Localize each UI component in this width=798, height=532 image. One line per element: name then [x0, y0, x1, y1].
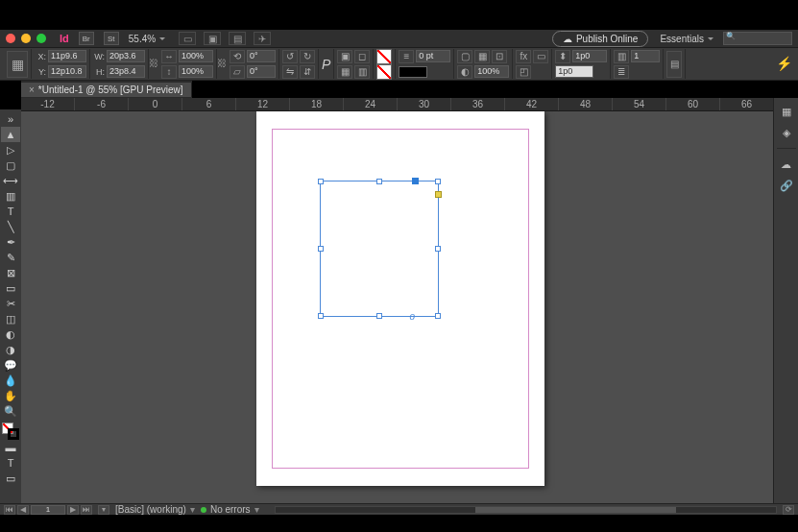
constrain-wh-icon[interactable]: ⛓	[149, 49, 158, 76]
workspace-switcher[interactable]: Essentials	[660, 34, 713, 44]
open-nav-button[interactable]: ▾	[98, 505, 109, 515]
select-container-button[interactable]: ▣	[337, 50, 352, 63]
direct-selection-tool[interactable]: ▷	[1, 142, 20, 157]
fill-swatch[interactable]	[376, 49, 392, 64]
gradient-feather-tool[interactable]: ◑	[1, 342, 20, 357]
balance-columns-button[interactable]: ≣	[614, 65, 629, 79]
gradient-swatch-tool[interactable]: ◐	[1, 326, 20, 342]
text-wrap-none-button[interactable]: ▭	[533, 50, 548, 63]
free-transform-tool[interactable]: ◫	[1, 311, 20, 326]
scale-y-field[interactable]: 100%	[179, 65, 213, 78]
document-canvas[interactable]: o	[21, 111, 773, 503]
type-tool[interactable]: T	[1, 204, 20, 219]
page-field[interactable]: 1	[31, 505, 65, 515]
stroke-weight-field[interactable]: 0 pt	[416, 50, 450, 62]
arrange-icon[interactable]: ▤	[229, 32, 246, 45]
resize-handle-mr[interactable]	[435, 246, 441, 252]
content-collector-tool[interactable]: ▥	[1, 188, 20, 204]
scissors-tool[interactable]: ✂	[1, 296, 20, 311]
publish-online-button[interactable]: Publish Online	[552, 31, 648, 47]
formatting-container-button[interactable]: T	[1, 455, 20, 471]
page[interactable]: o	[256, 111, 544, 486]
stock-button[interactable]: St	[104, 32, 119, 45]
pen-tool[interactable]: ✒	[1, 234, 20, 250]
next-spread-button[interactable]: ▶	[67, 505, 79, 515]
gap-tool[interactable]: ⟷	[1, 173, 20, 188]
y-field[interactable]: 12p10.8	[48, 65, 86, 78]
rectangle-frame-tool[interactable]: ⊠	[1, 265, 20, 280]
columns-field[interactable]: 1	[631, 50, 660, 62]
rotate-cw-button[interactable]: ↻	[300, 50, 315, 63]
horizontal-ruler[interactable]: -12-60612182430364248546066727884	[21, 98, 773, 111]
rotate-field[interactable]: 0°	[247, 50, 276, 62]
hand-tool[interactable]: ✋	[1, 388, 20, 403]
eyedropper-tool[interactable]: 💧	[1, 373, 20, 388]
gap-v-field[interactable]: 1p0	[572, 50, 607, 62]
w-field[interactable]: 20p3.6	[107, 50, 145, 62]
resize-handle-bl[interactable]	[318, 313, 324, 319]
x-field[interactable]: 11p9.6	[48, 50, 86, 62]
note-tool[interactable]: 💬	[1, 357, 20, 373]
shear-field[interactable]: 0°	[247, 65, 276, 78]
gap-h-field[interactable]: 1p0	[555, 65, 593, 78]
preflight-status[interactable]: No errors ▾	[201, 504, 259, 515]
window-zoom-button[interactable]	[36, 34, 46, 43]
fit-frame-button[interactable]: ▥	[354, 65, 370, 79]
zoom-tool[interactable]: 🔍	[1, 403, 20, 419]
zoom-level[interactable]: 55.4%	[129, 34, 165, 44]
cc-libraries-icon[interactable]: ☁	[778, 157, 795, 172]
selection-tool[interactable]: ▲	[1, 127, 20, 142]
pencil-tool[interactable]: ✎	[1, 250, 20, 265]
constrain-scale-icon[interactable]: ⛓	[217, 49, 227, 76]
flip-h-button[interactable]: ⇋	[282, 65, 298, 79]
active-layer-label[interactable]: [Basic] (working) ▾	[115, 504, 195, 515]
auto-fit-button[interactable]: ▢	[457, 50, 472, 63]
document-tab[interactable]: × *Untitled-1 @ 55% [GPU Preview]	[21, 83, 192, 97]
resize-handle-br[interactable]	[435, 313, 441, 319]
quick-apply-icon[interactable]: ⚡	[776, 56, 792, 71]
stroke-style-swatch[interactable]	[399, 66, 427, 78]
resize-handle-bm[interactable]	[376, 313, 382, 319]
clear-transform-icon[interactable]: P	[322, 57, 330, 72]
fit-content-button[interactable]: ▦	[337, 65, 352, 79]
window-minimize-button[interactable]	[21, 34, 31, 43]
frame-outport-icon[interactable]: o	[409, 311, 415, 322]
select-content-button[interactable]: ◻	[354, 50, 370, 63]
tab-close-icon[interactable]: ×	[29, 85, 35, 95]
content-grabber-icon[interactable]	[435, 191, 442, 198]
pages-panel-icon[interactable]: ◈	[778, 125, 795, 140]
window-close-button[interactable]	[6, 34, 15, 43]
search-input[interactable]	[723, 32, 792, 45]
scale-x-field[interactable]: 100%	[179, 50, 213, 62]
sync-settings-icon[interactable]: ⟳	[783, 505, 794, 515]
line-tool[interactable]: ╲	[1, 219, 20, 234]
apply-color-button[interactable]: ▬	[1, 440, 20, 455]
resize-handle-tl[interactable]	[318, 179, 324, 184]
expand-panel-icon[interactable]: »	[1, 111, 20, 127]
prev-spread-button[interactable]: ◀	[17, 505, 29, 515]
first-spread-button[interactable]: ⏮	[4, 505, 15, 515]
selected-frame[interactable]: o	[320, 181, 439, 317]
last-spread-button[interactable]: ⏭	[81, 505, 92, 515]
resize-handle-tr[interactable]	[435, 179, 441, 184]
corner-options-button[interactable]: ◰	[516, 65, 531, 79]
rotate-ccw-button[interactable]: ↺	[282, 50, 298, 63]
scrollbar-thumb[interactable]	[475, 507, 676, 513]
screen-mode-icon[interactable]: ▣	[204, 32, 221, 45]
stroke-swatch-none[interactable]	[376, 64, 392, 80]
links-panel-icon[interactable]: 🔗	[778, 178, 795, 193]
resize-handle-ml[interactable]	[318, 246, 324, 252]
fill-stroke-proxy[interactable]	[2, 423, 19, 440]
opacity-field[interactable]: 100%	[474, 65, 509, 78]
center-content-button[interactable]: ⊡	[492, 50, 507, 63]
rectangle-tool[interactable]: ▭	[1, 280, 20, 296]
properties-panel-icon[interactable]: ▦	[778, 104, 795, 119]
flip-v-button[interactable]: ⇵	[300, 65, 315, 79]
h-field[interactable]: 23p8.4	[107, 65, 145, 78]
view-options-icon[interactable]: ▭	[179, 32, 196, 45]
horizontal-scrollbar[interactable]	[275, 506, 777, 514]
gpu-icon[interactable]: ✈	[254, 32, 271, 45]
bridge-button[interactable]: Br	[79, 32, 94, 45]
fill-frame-button[interactable]: ▦	[474, 50, 490, 63]
reference-point-proxy[interactable]: ▦	[7, 51, 28, 78]
